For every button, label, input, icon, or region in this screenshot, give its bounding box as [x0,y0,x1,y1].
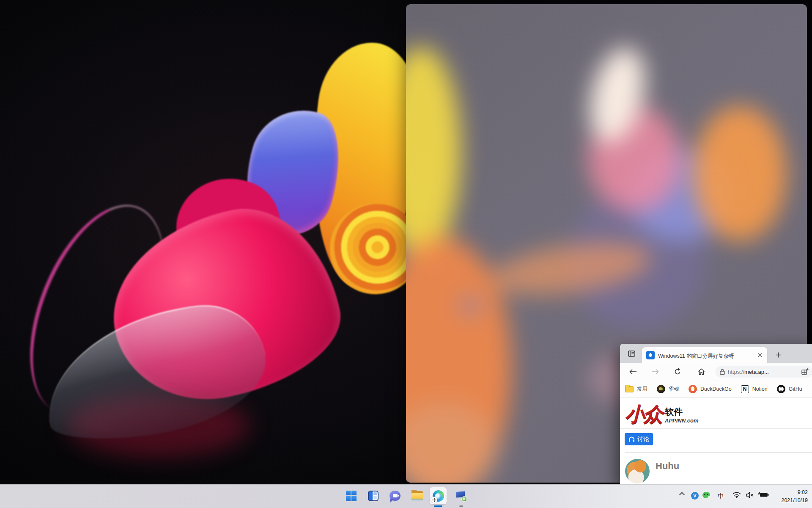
taskbar-clock[interactable]: 9:02 2021/10/19 [781,489,808,505]
bookmark-mahjong-soul[interactable]: 雀魂 [657,385,679,393]
battery-charging-icon[interactable] [758,492,769,498]
logo-primary-text: 小众 [625,405,661,423]
split-screen-icon[interactable] [801,368,809,375]
mahjong-soul-icon [657,385,665,393]
v-app-tray-icon[interactable]: V [691,492,699,500]
topic-list-divider [625,452,812,453]
bookmark-duckduckgo[interactable]: DuckDuckGo [689,385,732,393]
forward-button-disabled [649,366,661,378]
discuss-button-label: 讨论 [637,436,649,443]
back-button[interactable] [627,366,639,378]
tab-favicon-water-drop-icon [646,351,655,359]
ime-indicator[interactable]: 中 [718,492,724,500]
taskbar: ⇄ V 中 9:02 2021/10/19 [0,484,812,508]
system-tray: V 中 9:02 2021/10/19 [0,485,812,508]
headphones-icon [628,436,635,442]
bookmark-notion[interactable]: N Notion [741,385,768,393]
bookmarks-bar: 常用 雀魂 DuckDuckGo N Notion GitHu [620,381,812,398]
clock-time: 9:02 [781,489,808,497]
tab-close-icon[interactable] [756,351,764,359]
browser-tab[interactable]: Windows11 的窗口分屏好复杂呀 [642,347,767,363]
user-avatar[interactable] [625,459,650,483]
duckduckgo-icon [689,385,697,393]
logo-secondary-text: 软件 [665,407,698,417]
notion-icon: N [741,385,749,393]
discuss-button[interactable]: 讨论 [625,433,653,445]
webpage-content: 小众 软件 APPINN.com 讨论 Huhu [620,398,812,485]
wifi-icon[interactable] [732,492,741,498]
appinn-logo[interactable]: 小众 软件 APPINN.com [625,405,698,424]
tab-title: Windows11 的窗口分屏好复杂呀 [658,353,734,359]
github-icon [777,385,785,393]
volume-muted-icon[interactable] [746,492,754,498]
edge-browser-window[interactable]: Windows11 的窗口分屏好复杂呀 https://meta.ap... [620,344,812,485]
hidden-icons-chevron[interactable] [679,492,685,496]
navigation-bar: https://meta.ap... [620,363,812,381]
folder-icon [625,386,634,392]
new-tab-button[interactable] [773,350,783,360]
home-button[interactable] [695,366,707,378]
wechat-tray-icon[interactable] [702,492,710,498]
header-divider [620,428,812,429]
username-text[interactable]: Huhu [656,461,679,472]
clock-date: 2021/10/19 [781,497,808,505]
url-text[interactable]: https://meta.ap... [728,369,801,375]
address-bar[interactable]: https://meta.ap... [716,366,812,378]
logo-domain-text: APPINN.com [665,417,698,424]
vertical-tabs-button[interactable] [626,349,637,358]
bookmark-folder-changyong[interactable]: 常用 [625,386,647,393]
tab-strip: Windows11 的窗口分屏好复杂呀 [620,344,812,363]
refresh-button[interactable] [672,366,683,378]
lock-icon [720,369,725,375]
bookmark-github[interactable]: GitHu [777,385,802,393]
